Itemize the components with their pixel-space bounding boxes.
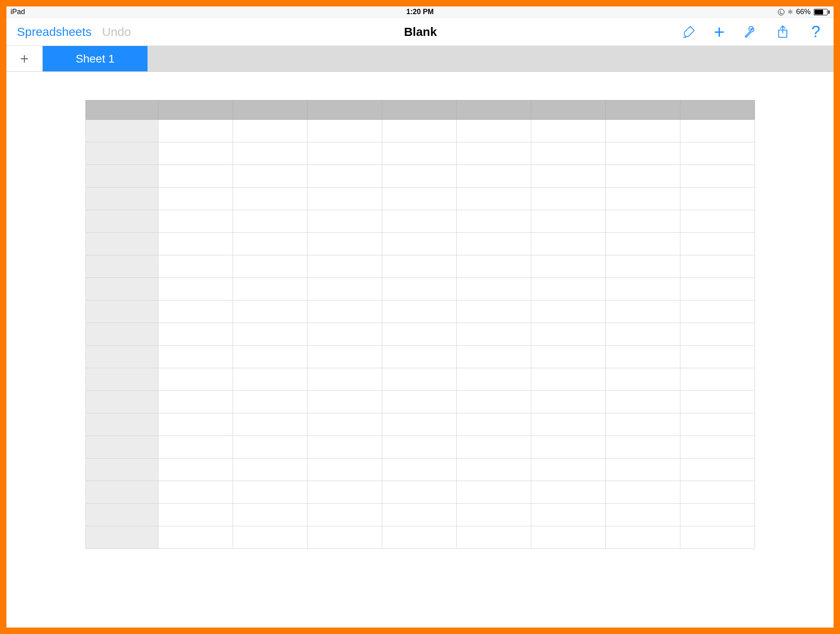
- cell[interactable]: [158, 459, 233, 481]
- cell[interactable]: [382, 459, 456, 481]
- cell[interactable]: [531, 210, 605, 233]
- table-row[interactable]: [85, 188, 755, 210]
- cell[interactable]: [158, 368, 233, 391]
- cell[interactable]: [233, 233, 307, 255]
- table-row[interactable]: [85, 391, 755, 413]
- cell[interactable]: [680, 526, 755, 549]
- cell[interactable]: [307, 300, 382, 323]
- cell[interactable]: [605, 391, 680, 413]
- cell[interactable]: [531, 526, 605, 549]
- cell[interactable]: [307, 233, 382, 255]
- cell[interactable]: [233, 255, 307, 278]
- cell[interactable]: [456, 504, 531, 526]
- add-sheet-button[interactable]: +: [6, 46, 43, 71]
- share-icon[interactable]: [775, 24, 791, 40]
- cell[interactable]: [307, 165, 382, 188]
- cell[interactable]: [233, 391, 307, 413]
- cell[interactable]: [605, 278, 680, 300]
- table-row[interactable]: [85, 323, 755, 346]
- cell[interactable]: [456, 323, 531, 346]
- cell[interactable]: [233, 368, 307, 391]
- cell[interactable]: [456, 188, 531, 210]
- cell[interactable]: [307, 526, 382, 549]
- cell[interactable]: [158, 165, 233, 188]
- cell[interactable]: [531, 278, 605, 300]
- cell[interactable]: [158, 346, 233, 368]
- cell[interactable]: [680, 188, 755, 210]
- cell[interactable]: [680, 120, 755, 142]
- row-header-cell[interactable]: [85, 346, 158, 368]
- cell[interactable]: [680, 323, 755, 346]
- cell[interactable]: [307, 413, 382, 436]
- cell[interactable]: [680, 436, 755, 459]
- cell[interactable]: [605, 188, 680, 210]
- row-header-cell[interactable]: [85, 255, 158, 278]
- cell[interactable]: [456, 165, 531, 188]
- cell[interactable]: [382, 346, 456, 368]
- column-header[interactable]: [531, 100, 605, 120]
- cell[interactable]: [233, 346, 307, 368]
- table-row[interactable]: [85, 526, 755, 549]
- cell[interactable]: [456, 413, 531, 436]
- table-row[interactable]: [85, 165, 755, 188]
- row-header-cell[interactable]: [85, 526, 158, 549]
- cell[interactable]: [382, 368, 456, 391]
- row-header-cell[interactable]: [85, 323, 158, 346]
- cell[interactable]: [605, 526, 680, 549]
- cell[interactable]: [456, 233, 531, 255]
- cell[interactable]: [456, 368, 531, 391]
- cell[interactable]: [605, 300, 680, 323]
- cell[interactable]: [233, 526, 307, 549]
- cell[interactable]: [382, 120, 456, 142]
- column-header[interactable]: [158, 100, 233, 120]
- table-row[interactable]: [85, 459, 755, 481]
- cell[interactable]: [605, 255, 680, 278]
- table-row[interactable]: [85, 210, 755, 233]
- cell[interactable]: [456, 459, 531, 481]
- cell[interactable]: [158, 188, 233, 210]
- cell[interactable]: [605, 459, 680, 481]
- cell[interactable]: [382, 255, 456, 278]
- cell[interactable]: [531, 255, 605, 278]
- cell[interactable]: [307, 459, 382, 481]
- cell[interactable]: [456, 391, 531, 413]
- table-row[interactable]: [85, 413, 755, 436]
- cell[interactable]: [382, 323, 456, 346]
- cell[interactable]: [456, 142, 531, 165]
- cell[interactable]: [233, 504, 307, 526]
- cell[interactable]: [456, 210, 531, 233]
- cell[interactable]: [605, 413, 680, 436]
- row-header-cell[interactable]: [85, 391, 158, 413]
- cell[interactable]: [158, 504, 233, 526]
- column-header[interactable]: [233, 100, 307, 120]
- table-row[interactable]: [85, 481, 755, 504]
- cell[interactable]: [531, 391, 605, 413]
- cell[interactable]: [531, 346, 605, 368]
- cell[interactable]: [531, 459, 605, 481]
- cell[interactable]: [233, 323, 307, 346]
- cell[interactable]: [531, 142, 605, 165]
- format-brush-icon[interactable]: [681, 24, 697, 40]
- row-header-cell[interactable]: [85, 459, 158, 481]
- cell[interactable]: [605, 142, 680, 165]
- column-header[interactable]: [605, 100, 680, 120]
- cell[interactable]: [233, 300, 307, 323]
- row-header-cell[interactable]: [85, 165, 158, 188]
- cell[interactable]: [456, 255, 531, 278]
- column-header-row[interactable]: [85, 100, 755, 120]
- row-header-cell[interactable]: [85, 300, 158, 323]
- cell[interactable]: [382, 278, 456, 300]
- cell[interactable]: [158, 120, 233, 142]
- cell[interactable]: [382, 142, 456, 165]
- cell[interactable]: [382, 504, 456, 526]
- cell[interactable]: [456, 120, 531, 142]
- cell[interactable]: [605, 481, 680, 504]
- cell[interactable]: [233, 278, 307, 300]
- back-spreadsheets-button[interactable]: Spreadsheets: [17, 25, 91, 39]
- cell[interactable]: [382, 188, 456, 210]
- spreadsheet-grid[interactable]: [85, 100, 755, 549]
- cell[interactable]: [605, 120, 680, 142]
- table-row[interactable]: [85, 504, 755, 526]
- cell[interactable]: [531, 504, 605, 526]
- cell[interactable]: [307, 368, 382, 391]
